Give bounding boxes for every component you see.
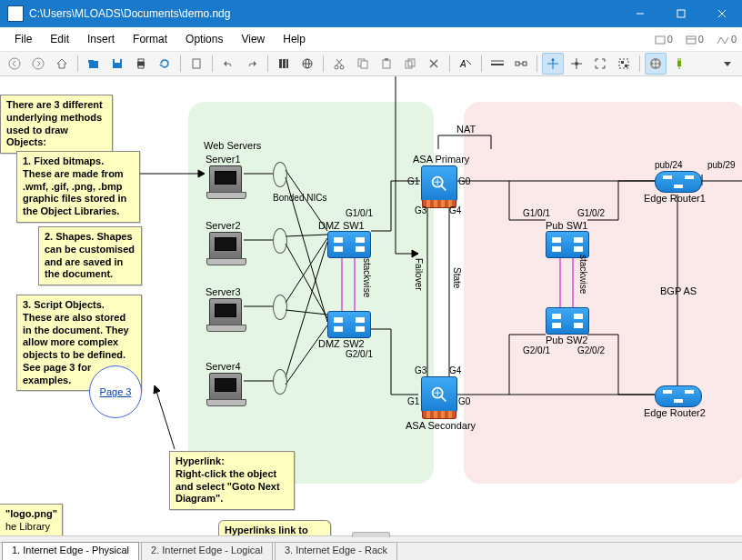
grid-icon[interactable]	[645, 53, 667, 75]
group-icon[interactable]	[613, 53, 635, 75]
snap-icon[interactable]	[542, 53, 564, 75]
asa-primary[interactable]	[421, 165, 457, 202]
connector-icon[interactable]	[510, 53, 532, 75]
stackwise-label: stackwise	[362, 258, 372, 297]
note-hyperlink2[interactable]: Hyperlinks link to	[218, 520, 331, 535]
redo-icon[interactable]	[241, 53, 263, 75]
menu-options[interactable]: Options	[176, 29, 232, 49]
format-painter-icon[interactable]: A	[455, 53, 476, 75]
home-icon[interactable]	[51, 53, 73, 75]
asa-secondary[interactable]	[421, 376, 457, 413]
svg-text:A: A	[459, 59, 466, 69]
refresh-icon[interactable]	[154, 53, 175, 75]
server2-label: Server2	[206, 220, 241, 231]
node-icon[interactable]	[566, 53, 587, 75]
server2[interactable]	[209, 232, 242, 261]
expand-icon[interactable]	[589, 53, 611, 75]
bgp-label: BGP AS	[660, 285, 697, 296]
port-label: G0	[458, 176, 470, 186]
menu-edit[interactable]: Edit	[41, 29, 78, 49]
zone-title: Web Servers	[204, 140, 261, 151]
print-icon[interactable]	[130, 53, 152, 75]
page-link[interactable]: Page 3	[89, 365, 142, 418]
menu-view[interactable]: View	[232, 29, 274, 49]
nic-ellipse	[273, 162, 287, 187]
svg-point-8	[33, 58, 44, 69]
undo-icon[interactable]	[217, 53, 239, 75]
nat-label: NAT	[456, 124, 476, 135]
page-icon[interactable]	[186, 53, 207, 75]
port-label: pub/24	[655, 160, 683, 170]
line-style-icon[interactable]	[486, 53, 508, 75]
svg-point-7	[9, 58, 20, 69]
back-icon[interactable]	[4, 53, 25, 75]
save-icon[interactable]	[106, 53, 128, 75]
port-label: G3	[415, 365, 426, 375]
asa-secondary-label: ASA Secondary	[406, 420, 476, 431]
state-label: State	[452, 267, 462, 288]
svg-rect-34	[385, 58, 388, 61]
svg-line-101	[441, 396, 446, 402]
tab-physical[interactable]: 1. Internet Edge - Physical	[2, 542, 139, 560]
delete-icon[interactable]	[423, 53, 445, 75]
splitter-grip[interactable]	[352, 532, 390, 537]
menu-format[interactable]: Format	[124, 29, 176, 49]
plug-icon[interactable]	[668, 53, 690, 75]
columns-icon[interactable]	[273, 53, 295, 75]
svg-marker-66	[724, 62, 731, 66]
pubsw1-label: Pub SW1	[546, 220, 587, 231]
note-methods-header[interactable]: There are 3 different underlying methods…	[0, 95, 113, 154]
port-label: G2/0/1	[346, 349, 373, 359]
edge-router2[interactable]	[655, 385, 702, 407]
port-label: G3	[415, 205, 426, 215]
pub-sw2[interactable]	[546, 307, 589, 335]
zone-edge	[464, 102, 742, 484]
forward-icon[interactable]	[27, 53, 49, 75]
globe-icon[interactable]	[296, 53, 318, 75]
port-label: G2/0/2	[577, 345, 605, 355]
svg-rect-11	[88, 60, 94, 63]
note-hyperlink[interactable]: Hyperlink: Right-click the object and se…	[169, 451, 295, 510]
svg-rect-55	[621, 61, 624, 64]
menu-help[interactable]: Help	[274, 29, 315, 49]
close-button[interactable]	[701, 0, 742, 27]
cut-icon[interactable]	[328, 53, 350, 75]
copy-icon[interactable]	[352, 53, 374, 75]
maximize-button[interactable]	[660, 0, 701, 27]
server1[interactable]	[209, 165, 242, 195]
port-label: G1	[407, 176, 419, 186]
router1-label: Edge Router1	[644, 193, 706, 204]
edge-router1[interactable]	[655, 171, 702, 193]
page-tabs: 1. Internet Edge - Physical 2. Internet …	[0, 542, 742, 560]
svg-rect-33	[383, 60, 390, 68]
duplicate-icon[interactable]	[399, 53, 421, 75]
svg-point-49	[575, 62, 578, 65]
app-icon	[7, 5, 24, 22]
dropdown-icon[interactable]	[717, 53, 738, 75]
note-bitmaps[interactable]: 1. Fixed bitmaps. These are made from .w…	[16, 151, 140, 223]
tab-rack[interactable]: 3. Internet Edge - Rack	[275, 542, 397, 560]
server4[interactable]	[209, 373, 242, 402]
failover-label: Failover	[414, 258, 424, 291]
dmz-sw1[interactable]	[327, 231, 371, 258]
minimize-button[interactable]	[619, 0, 660, 27]
server3[interactable]	[209, 298, 242, 327]
menu-file[interactable]: File	[5, 29, 41, 49]
paste-icon[interactable]	[376, 53, 397, 75]
tab-logical[interactable]: 2. Internet Edge - Logical	[141, 542, 273, 560]
svg-rect-56	[625, 65, 627, 67]
svg-marker-48	[551, 58, 555, 61]
port-label: G0	[458, 396, 470, 406]
menu-insert[interactable]: Insert	[78, 29, 124, 49]
open-icon[interactable]	[83, 53, 105, 75]
dmz-sw2[interactable]	[327, 311, 371, 338]
svg-rect-5	[687, 36, 696, 44]
nic-ellipse	[273, 228, 287, 254]
port-label: G1/0/2	[577, 208, 605, 218]
status-indicators: 0 0 0	[655, 27, 737, 51]
titlebar: C:\Users\MLOADS\Documents\demo.ndg	[0, 0, 742, 27]
svg-marker-19	[224, 61, 226, 66]
note-shapes[interactable]: 2. Shapes. Shapes can be customised and …	[38, 226, 142, 285]
note-logo[interactable]: "logo.png"he Library	[0, 504, 63, 535]
diagram-canvas[interactable]: There are 3 different underlying methods…	[0, 76, 742, 535]
